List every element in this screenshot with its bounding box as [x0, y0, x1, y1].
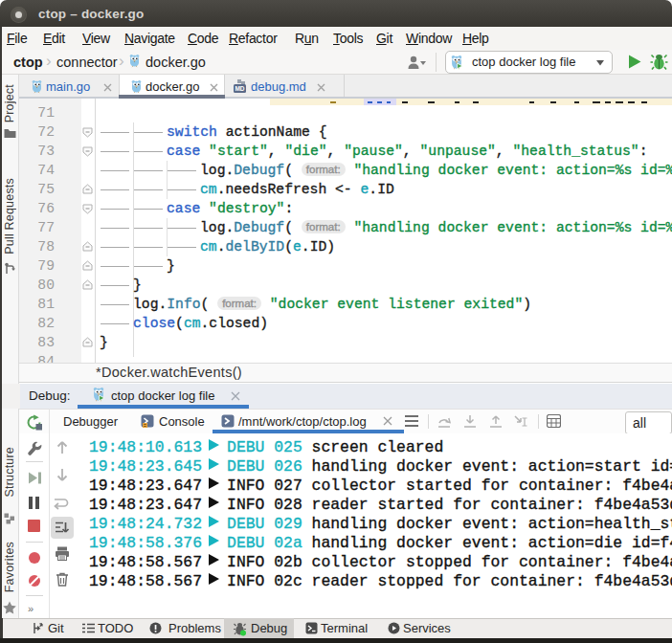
svg-text:MD: MD	[235, 85, 244, 92]
